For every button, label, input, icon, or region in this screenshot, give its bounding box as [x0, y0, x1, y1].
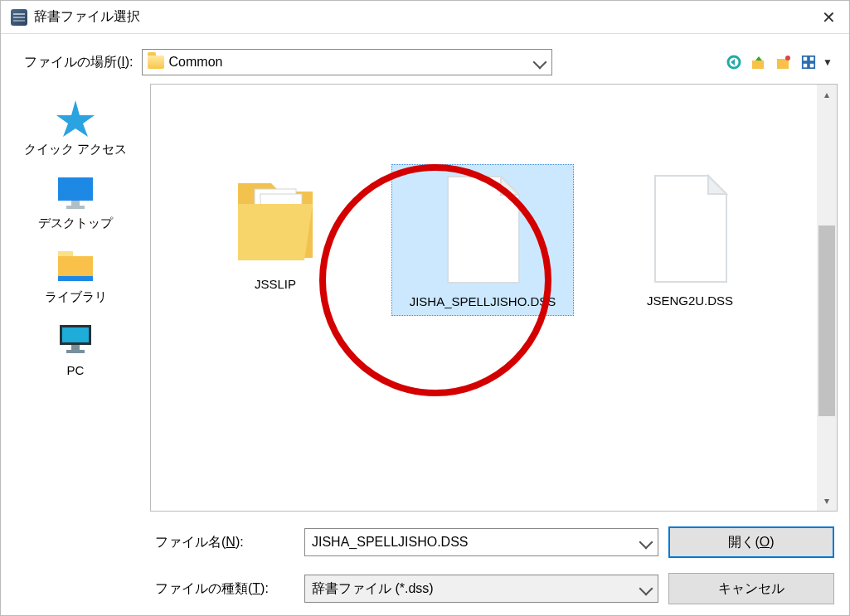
titlebar: 辞書ファイル選択 ✕ — [1, 1, 849, 34]
view-menu-icon[interactable] — [799, 53, 818, 71]
svg-rect-16 — [71, 345, 80, 350]
svg-rect-2 — [777, 59, 789, 69]
chevron-down-icon[interactable]: ▼ — [823, 56, 833, 68]
chevron-down-icon — [532, 56, 546, 70]
svg-rect-9 — [71, 201, 80, 206]
filename-combo[interactable]: JISHA_SPELLJISHO.DSS — [304, 528, 658, 556]
new-folder-icon[interactable] — [775, 53, 793, 71]
quick-access-icon — [55, 99, 96, 138]
file-icon — [433, 172, 532, 288]
list-item-label: JSSLIP — [255, 277, 296, 291]
file-list-area[interactable]: JSSLIP JISHA_SPELLJISHO.DSS JSENG2U.DSS … — [150, 84, 838, 512]
svg-rect-8 — [58, 177, 93, 201]
svg-point-3 — [785, 56, 790, 61]
filetype-combo[interactable]: 辞書ファイル (*.dss) — [304, 575, 658, 603]
location-label: ファイルの場所(I): — [24, 54, 134, 71]
chevron-down-icon — [639, 582, 653, 596]
svg-rect-1 — [752, 61, 764, 69]
open-button[interactable]: 開く(O) — [668, 526, 834, 558]
cancel-button[interactable]: キャンセル — [668, 573, 834, 604]
pc-icon — [55, 320, 96, 360]
svg-rect-13 — [58, 276, 93, 281]
place-pc[interactable]: PC — [1, 317, 150, 384]
svg-rect-10 — [66, 206, 85, 209]
back-icon[interactable] — [725, 53, 743, 71]
folder-icon — [148, 56, 164, 69]
list-item[interactable]: JISHA_SPELLJISHO.DSS — [391, 164, 574, 316]
place-library[interactable]: ライブラリ — [1, 243, 150, 312]
up-folder-icon[interactable] — [750, 53, 768, 71]
svg-rect-17 — [66, 350, 85, 353]
list-item-label: JISHA_SPELLJISHO.DSS — [410, 294, 556, 308]
scroll-up-icon[interactable]: ▴ — [817, 85, 837, 104]
svg-rect-6 — [803, 63, 808, 68]
location-combo[interactable]: Common — [142, 49, 552, 75]
place-desktop[interactable]: デスクトップ — [1, 169, 150, 238]
file-icon — [640, 171, 740, 287]
filename-label: ファイル名(N): — [155, 534, 294, 551]
filename-value: JISHA_SPELLJISHO.DSS — [312, 535, 641, 550]
location-value: Common — [169, 55, 530, 70]
svg-rect-11 — [58, 251, 73, 256]
app-icon — [11, 9, 27, 26]
desktop-icon — [55, 172, 96, 212]
place-quick-access[interactable]: クイック アクセス — [1, 95, 150, 164]
list-item[interactable]: JSSLIP — [184, 164, 367, 298]
folder-icon — [226, 171, 325, 270]
filetype-value: 辞書ファイル (*.dss) — [312, 580, 641, 598]
library-icon — [55, 246, 96, 286]
list-item[interactable]: JSENG2U.DSS — [599, 164, 781, 314]
chevron-down-icon — [639, 536, 653, 550]
svg-rect-5 — [809, 56, 814, 61]
close-button[interactable]: ✕ — [808, 1, 849, 34]
scroll-thumb[interactable] — [818, 226, 835, 416]
scrollbar[interactable]: ▴ ▾ — [817, 85, 837, 511]
location-row: ファイルの場所(I): Common ▼ — [1, 34, 849, 84]
svg-rect-15 — [62, 327, 89, 342]
main-area: クイック アクセス デスクトップ ライブラリ PC — [1, 84, 849, 512]
list-item-label: JSENG2U.DSS — [647, 293, 733, 308]
bottom-panel: ファイル名(N): JISHA_SPELLJISHO.DSS 開く(O) ファイ… — [1, 512, 849, 616]
places-sidebar: クイック アクセス デスクトップ ライブラリ PC — [1, 84, 150, 512]
svg-rect-7 — [809, 63, 814, 68]
window-title: 辞書ファイル選択 — [34, 8, 140, 26]
toolbar-buttons: ▼ — [725, 53, 833, 71]
svg-rect-4 — [803, 56, 808, 61]
scroll-down-icon[interactable]: ▾ — [817, 491, 837, 511]
filetype-label: ファイルの種類(T): — [155, 580, 294, 598]
